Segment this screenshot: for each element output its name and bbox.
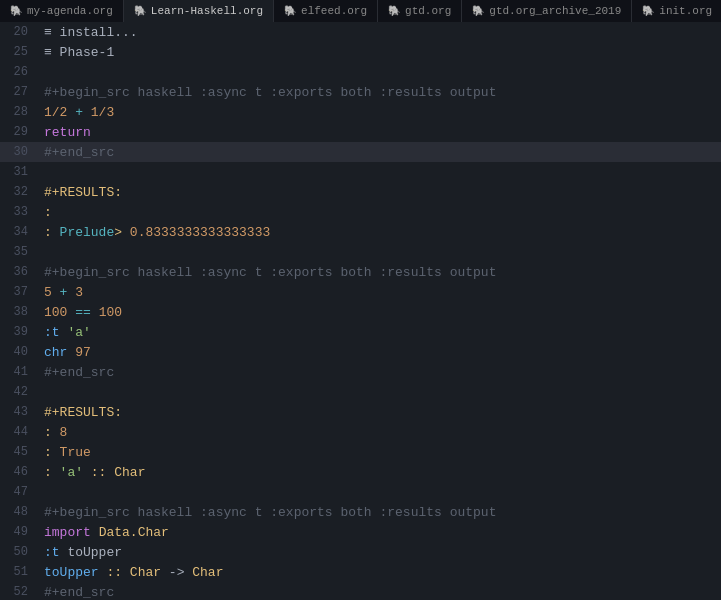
tab-icon: 🐘 <box>284 5 296 17</box>
tab-my-agenda-org[interactable]: 🐘my-agenda.org <box>0 0 124 22</box>
line-content: 1/2 + 1/3 <box>36 105 114 120</box>
token: #+end_src <box>44 365 114 380</box>
token: + <box>67 105 90 120</box>
token: return <box>44 125 91 140</box>
token: + <box>52 285 75 300</box>
line-number: 44 <box>0 425 36 439</box>
line-number: 34 <box>0 225 36 239</box>
line-number: 38 <box>0 305 36 319</box>
line-number: 25 <box>0 45 36 59</box>
token: #+begin_src haskell :async t :exports bo… <box>44 85 496 100</box>
token: #+begin_src haskell :async t :exports bo… <box>44 505 496 520</box>
line-28: 281/2 + 1/3 <box>0 102 721 122</box>
line-48: 48#+begin_src haskell :async t :exports … <box>0 502 721 522</box>
line-number: 52 <box>0 585 36 599</box>
line-number: 26 <box>0 65 36 79</box>
token: 0.8333333333333333 <box>122 225 270 240</box>
line-content: ≡ Phase-1 <box>36 45 114 60</box>
token: > <box>114 225 122 240</box>
token: 5 <box>44 285 52 300</box>
line-49: 49import Data.Char <box>0 522 721 542</box>
token: 100 <box>99 305 122 320</box>
tab-label: elfeed.org <box>301 5 367 17</box>
line-number: 28 <box>0 105 36 119</box>
line-content: #+end_src <box>36 585 114 600</box>
tab-icon: 🐘 <box>388 5 400 17</box>
line-38: 38100 == 100 <box>0 302 721 322</box>
line-35: 35 <box>0 242 721 262</box>
token: chr <box>44 345 67 360</box>
token: 1/2 <box>44 105 67 120</box>
token: 'a' <box>60 465 83 480</box>
tab-label: gtd.org_archive_2019 <box>489 5 621 17</box>
line-content: #+begin_src haskell :async t :exports bo… <box>36 85 496 100</box>
line-content: 5 + 3 <box>36 285 83 300</box>
line-31: 31 <box>0 162 721 182</box>
line-41: 41#+end_src <box>0 362 721 382</box>
tab-init-org[interactable]: 🐘init.org <box>632 0 721 22</box>
line-content: : 8 <box>36 425 67 440</box>
line-content: : Prelude> 0.8333333333333333 <box>36 225 270 240</box>
line-number: 50 <box>0 545 36 559</box>
line-47: 47 <box>0 482 721 502</box>
token: ≡ Phase-1 <box>44 45 114 60</box>
token: 'a' <box>67 325 90 340</box>
line-25: 25≡ Phase-1 <box>0 42 721 62</box>
tab-bar: 🐘my-agenda.org🐘Learn-Haskell.org🐘elfeed.… <box>0 0 721 22</box>
tab-icon: 🐘 <box>642 5 654 17</box>
tab-label: init.org <box>659 5 712 17</box>
line-26: 26 <box>0 62 721 82</box>
token: Char <box>114 465 145 480</box>
line-number: 36 <box>0 265 36 279</box>
line-content <box>36 245 52 260</box>
token: 8 <box>60 425 68 440</box>
line-content: :t toUpper <box>36 545 122 560</box>
line-content: : <box>36 205 52 220</box>
tab-gtd-org-archive-2019[interactable]: 🐘gtd.org_archive_2019 <box>462 0 632 22</box>
line-content: : 'a' :: Char <box>36 465 145 480</box>
tab-elfeed-org[interactable]: 🐘elfeed.org <box>274 0 378 22</box>
line-number: 32 <box>0 185 36 199</box>
line-content: #+begin_src haskell :async t :exports bo… <box>36 265 496 280</box>
line-number: 30 <box>0 145 36 159</box>
token: Prelude <box>60 225 115 240</box>
line-content: 100 == 100 <box>36 305 122 320</box>
line-45: 45: True <box>0 442 721 462</box>
tab-icon: 🐘 <box>472 5 484 17</box>
line-37: 375 + 3 <box>0 282 721 302</box>
line-number: 40 <box>0 345 36 359</box>
token: : <box>44 205 52 220</box>
line-number: 31 <box>0 165 36 179</box>
line-content: ≡ install... <box>36 25 138 40</box>
token: 1/3 <box>91 105 114 120</box>
line-content: #+begin_src haskell :async t :exports bo… <box>36 505 496 520</box>
line-content: #+end_src <box>36 145 114 160</box>
line-36: 36#+begin_src haskell :async t :exports … <box>0 262 721 282</box>
token: toUpper <box>60 545 122 560</box>
tab-icon: 🐘 <box>10 5 22 17</box>
line-content <box>36 485 52 500</box>
token: : <box>44 465 60 480</box>
tab-label: my-agenda.org <box>27 5 113 17</box>
editor: 20≡ install...25≡ Phase-126 27#+begin_sr… <box>0 22 721 600</box>
token: #+begin_src haskell :async t :exports bo… <box>44 265 496 280</box>
line-number: 33 <box>0 205 36 219</box>
line-42: 42 <box>0 382 721 402</box>
token: :t <box>44 545 60 560</box>
line-number: 45 <box>0 445 36 459</box>
line-number: 27 <box>0 85 36 99</box>
token: import <box>44 525 91 540</box>
tab-learn-haskell-org[interactable]: 🐘Learn-Haskell.org <box>124 0 274 22</box>
line-44: 44: 8 <box>0 422 721 442</box>
line-number: 37 <box>0 285 36 299</box>
token: #+RESULTS: <box>44 185 122 200</box>
line-number: 49 <box>0 525 36 539</box>
tab-icon: 🐘 <box>134 5 146 17</box>
line-number: 42 <box>0 385 36 399</box>
line-20: 20≡ install... <box>0 22 721 42</box>
line-40: 40chr 97 <box>0 342 721 362</box>
line-number: 46 <box>0 465 36 479</box>
token: #+end_src <box>44 145 114 160</box>
tab-gtd-org[interactable]: 🐘gtd.org <box>378 0 462 22</box>
line-46: 46: 'a' :: Char <box>0 462 721 482</box>
